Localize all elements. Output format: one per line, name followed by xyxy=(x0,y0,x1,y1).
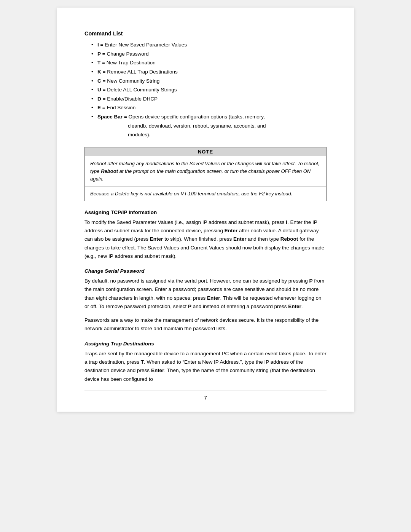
change-password-paragraph1: By default, no password is assigned via … xyxy=(84,277,327,311)
list-item-spacebar: Space Bar = Opens device specific config… xyxy=(91,112,327,139)
list-item: K = Remove ALL Trap Destinations xyxy=(91,67,327,77)
list-item: D = Enable/Disable DHCP xyxy=(91,94,327,104)
list-item: T = New Trap Destination xyxy=(91,58,327,67)
list-item: C = New Community String xyxy=(91,77,327,86)
note-box: NOTE Reboot after making any modificatio… xyxy=(84,147,327,201)
change-password-paragraph2: Passwords are a way to make the manageme… xyxy=(84,316,327,333)
note-body: Reboot after making any modifications to… xyxy=(85,156,326,187)
assigning-tcp-paragraph: To modify the Saved Parameter Values (i.… xyxy=(84,218,327,260)
footer-divider xyxy=(84,390,327,390)
list-item: U = Delete ALL Community Strings xyxy=(91,85,327,94)
change-password-heading: Change Serial Password xyxy=(84,268,327,274)
list-item: P = Change Password xyxy=(91,50,327,59)
spacebar-line3: modules). xyxy=(97,130,327,139)
command-list-heading: Command List xyxy=(84,30,327,37)
page: Command List I = Enter New Saved Paramet… xyxy=(57,8,354,412)
spacebar-line2: cleandb, download, version, reboot, sysn… xyxy=(97,121,327,131)
note-footer-text: Because a Delete key is not available on… xyxy=(90,190,321,198)
note-body-text: Reboot after making any modifications to… xyxy=(90,160,321,183)
note-footer: Because a Delete key is not available on… xyxy=(85,187,326,201)
assigning-trap-paragraph: Traps are sent by the manageable device … xyxy=(84,350,327,383)
list-item: I = Enter New Saved Parameter Values xyxy=(91,40,327,50)
note-header: NOTE xyxy=(85,147,326,156)
page-footer: 7 xyxy=(57,390,354,401)
list-item: E = End Session xyxy=(91,103,327,112)
assigning-tcp-heading: Assigning TCP/IP Information xyxy=(84,209,327,215)
command-list: I = Enter New Saved Parameter Values P =… xyxy=(84,40,327,139)
assigning-trap-heading: Assigning Trap Destinations xyxy=(84,341,327,347)
page-number: 7 xyxy=(204,395,207,401)
